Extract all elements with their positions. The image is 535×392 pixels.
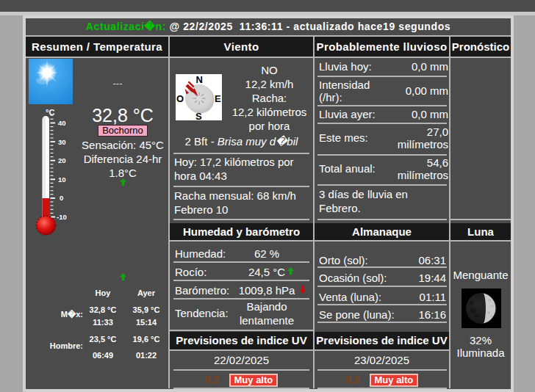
svg-text:O: O — [176, 93, 184, 104]
svg-text:°C: °C — [46, 108, 54, 117]
svg-text:E: E — [215, 93, 221, 104]
svg-text:10: 10 — [58, 175, 66, 184]
svg-text:-10: -10 — [57, 213, 67, 221]
svg-text:N: N — [196, 74, 203, 85]
svg-text:S: S — [195, 111, 202, 120]
svg-text:30: 30 — [58, 138, 66, 146]
svg-text:0: 0 — [60, 194, 63, 202]
svg-text:40: 40 — [58, 119, 66, 127]
svg-text:20: 20 — [58, 156, 66, 164]
